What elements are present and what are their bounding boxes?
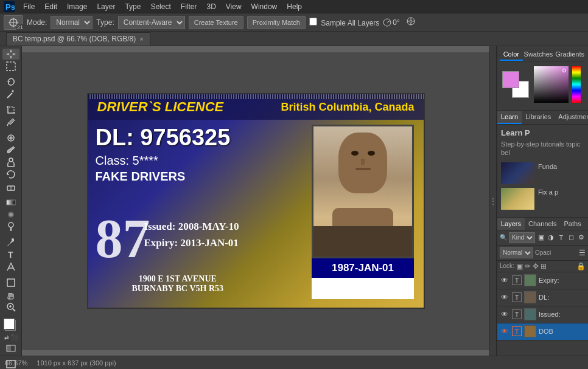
default-colors-icon[interactable]: ⬛: [11, 334, 18, 340]
tool-dodge[interactable]: [2, 221, 19, 232]
layer-row-dob[interactable]: 👁 T DOB: [497, 323, 588, 340]
blend-mode-select[interactable]: Normal: [500, 247, 533, 258]
svg-point-27: [9, 213, 13, 216]
learn-panel-tabs: Learn Libraries Adjustment: [497, 111, 588, 125]
layers-panel-tabs: Layers Channels Paths: [497, 218, 588, 230]
document-tab[interactable]: BC temp.psd @ 66.7% (DOB, RGB/8) ×: [6, 32, 150, 46]
learn-card-2[interactable]: Fix a p: [501, 188, 584, 210]
menu-layer[interactable]: Layer: [92, 0, 120, 13]
layer-eye-issued[interactable]: 👁: [500, 309, 509, 319]
tab-bar: BC temp.psd @ 66.7% (DOB, RGB/8) ×: [0, 32, 588, 46]
filter-smart-icon[interactable]: ⚙: [577, 233, 586, 243]
menu-image[interactable]: Image: [62, 0, 92, 13]
opacity-icon[interactable]: ☰: [579, 249, 586, 257]
menu-edit[interactable]: Edit: [40, 0, 62, 13]
menu-window[interactable]: Window: [247, 0, 282, 13]
lock-image-icon[interactable]: ✏: [525, 262, 531, 271]
license-photo: [312, 125, 414, 258]
tool-eraser[interactable]: [2, 181, 19, 192]
mode-select[interactable]: Normal: [51, 16, 93, 29]
layer-eye-dob[interactable]: 👁: [500, 326, 509, 336]
tab-color[interactable]: Color: [500, 49, 523, 61]
tool-shape[interactable]: [2, 277, 19, 288]
foreground-color-swatch[interactable]: [4, 319, 15, 329]
sample-all-checkbox[interactable]: [309, 18, 317, 26]
svg-text:Ps: Ps: [5, 2, 15, 12]
filter-type-icon[interactable]: T: [557, 233, 565, 243]
tool-zoom[interactable]: [2, 302, 19, 312]
layer-row-issued[interactable]: 👁 T Issued:: [497, 306, 588, 323]
menu-file[interactable]: File: [18, 0, 40, 13]
menu-view[interactable]: View: [221, 0, 247, 13]
tool-move[interactable]: [2, 49, 19, 60]
tool-clone[interactable]: [2, 157, 19, 168]
menu-filter[interactable]: Filter: [176, 0, 202, 13]
svg-marker-13: [10, 49, 12, 59]
learn-panel: Learn Libraries Adjustment Learn P Step-…: [497, 110, 588, 217]
lock-all-icon[interactable]: 🔒: [576, 262, 586, 271]
tool-pen[interactable]: [2, 237, 19, 248]
lock-position-icon[interactable]: ✥: [533, 262, 539, 271]
learn-card-1[interactable]: Funda: [501, 162, 584, 184]
tab-close[interactable]: ×: [139, 35, 143, 43]
license-dl-number: DL: 9756325: [96, 125, 304, 151]
type-select[interactable]: Content-Aware: [118, 16, 185, 29]
svg-line-35: [13, 309, 15, 311]
tool-brush[interactable]: [2, 145, 19, 156]
tool-wand[interactable]: [2, 89, 19, 100]
menu-type[interactable]: Type: [120, 0, 145, 13]
menu-select[interactable]: Select: [145, 0, 175, 13]
tab-channels[interactable]: Channels: [525, 218, 560, 230]
lock-artboard-icon[interactable]: ⊞: [541, 262, 547, 271]
create-texture-button[interactable]: Create Texture: [189, 16, 243, 29]
filter-adj-icon[interactable]: ◑: [547, 233, 556, 243]
layer-row-dl[interactable]: 👁 T DL:: [497, 289, 588, 306]
learn-label-1: Funda: [538, 162, 557, 171]
filter-shape-icon[interactable]: ◻: [567, 233, 576, 243]
tool-path-select[interactable]: [2, 261, 19, 272]
filter-kind-select[interactable]: Kind: [509, 232, 535, 243]
svg-marker-17: [11, 89, 14, 93]
license-dob-bar: 1987-JAN-01: [312, 258, 414, 278]
menu-help[interactable]: Help: [282, 0, 307, 13]
color-gradient-picker[interactable]: [534, 66, 569, 103]
tool-crop[interactable]: [2, 105, 19, 116]
tool-blur[interactable]: [2, 209, 19, 220]
proximity-match-button[interactable]: Proximity Match: [247, 16, 306, 29]
canvas-area[interactable]: DRIVER`S LICENCE British Columbia, Canad…: [22, 46, 489, 356]
lock-transparency-icon[interactable]: ▣: [516, 262, 523, 271]
layer-eye-dl[interactable]: 👁: [500, 292, 509, 302]
tool-type[interactable]: T: [2, 249, 19, 260]
layer-thumb-issued: [524, 308, 536, 320]
menu-3d[interactable]: 3D: [201, 0, 220, 13]
svg-rect-25: [7, 200, 15, 205]
layer-eye-expiry[interactable]: 👁: [500, 275, 509, 285]
fg-color-swatch[interactable]: [502, 71, 519, 88]
tool-history[interactable]: [2, 169, 19, 180]
main-area: T ⇄ ⬛: [0, 46, 588, 356]
tool-heal[interactable]: [2, 133, 19, 143]
tool-mask[interactable]: [2, 343, 19, 354]
tab-layers[interactable]: Layers: [497, 218, 525, 230]
tool-select[interactable]: [2, 61, 19, 72]
layer-row-expiry[interactable]: 👁 T Expiry:: [497, 272, 588, 289]
tool-screen-mode[interactable]: [2, 359, 19, 369]
color-hue-slider[interactable]: [572, 66, 581, 103]
tab-paths[interactable]: Paths: [561, 218, 585, 230]
tool-hand[interactable]: [2, 289, 19, 300]
tool-gradient[interactable]: [2, 197, 19, 208]
license-white-bar: [312, 278, 414, 299]
tab-libraries[interactable]: Libraries: [522, 111, 555, 124]
tool-eyedropper[interactable]: [2, 117, 19, 128]
filter-pixel-icon[interactable]: ▣: [537, 233, 545, 243]
angle-control[interactable]: 0°: [383, 18, 399, 27]
tab-learn[interactable]: Learn: [497, 111, 522, 124]
tab-swatches[interactable]: Swatches: [523, 49, 555, 61]
swap-colors-icon[interactable]: ⇄: [4, 334, 9, 340]
panel-collapse-handle[interactable]: [489, 46, 497, 356]
options-bar: 21 Mode: Normal Type: Content-Aware Crea…: [0, 13, 588, 32]
tab-gradients[interactable]: Gradients: [554, 49, 586, 61]
tab-adjustment[interactable]: Adjustment: [555, 111, 588, 124]
tool-lasso[interactable]: [2, 77, 19, 88]
svg-rect-33: [7, 279, 15, 286]
